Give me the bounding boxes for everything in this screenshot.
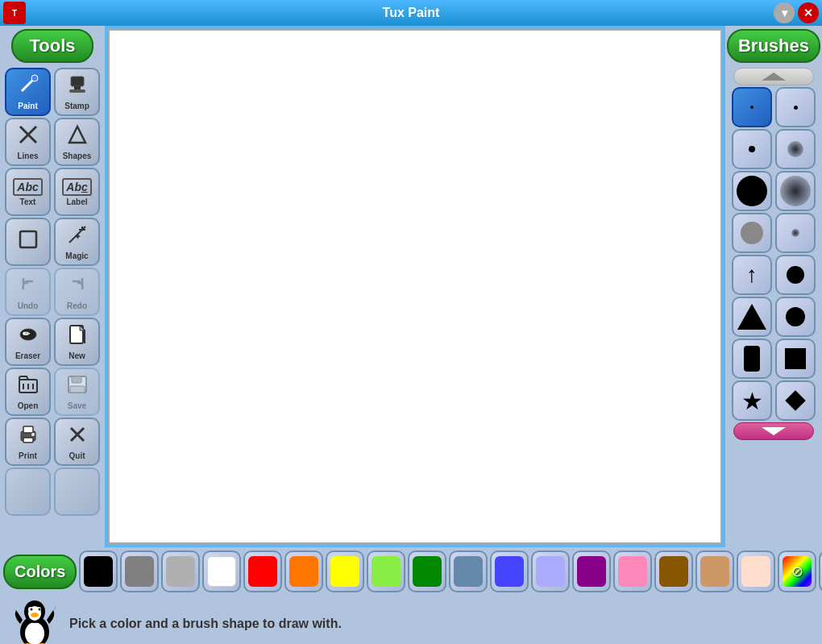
star-shape: ★ [741, 387, 763, 415]
color-white[interactable] [202, 551, 241, 592]
label-tool[interactable]: Abc Label [54, 168, 100, 216]
color-lavender[interactable] [531, 551, 570, 592]
redo-icon [66, 273, 89, 300]
brushes-scroll-up[interactable] [733, 68, 814, 85]
save-label: Save [68, 401, 86, 410]
close-button[interactable]: ✕ [798, 2, 819, 23]
shapes-icon [66, 123, 89, 150]
small-diamond-shape [785, 390, 805, 410]
fill-icon [17, 228, 39, 255]
color-peach[interactable] [737, 551, 775, 592]
tool-row-3: Abc Text Abc Label [5, 168, 100, 216]
brush-row-7 [732, 339, 816, 379]
titlebar: T Tux Paint ▾ ✕ [0, 0, 822, 26]
color-black[interactable] [79, 551, 118, 592]
brushes-scroll-down[interactable] [733, 422, 814, 440]
triangle-shape [737, 304, 766, 330]
quit-tool[interactable]: Quit [54, 418, 100, 466]
paint-icon [17, 73, 39, 100]
brush-soft-large[interactable] [775, 171, 816, 211]
brushes-panel: Brushes [725, 26, 822, 547]
color-yellow[interactable] [326, 551, 364, 592]
brush-small-dot[interactable] [732, 129, 772, 169]
fill-tool[interactable] [5, 218, 51, 266]
rainbow-inner: ⊘ [783, 556, 812, 587]
blue-inner [495, 556, 524, 587]
peach-inner [741, 556, 770, 587]
canvas[interactable] [108, 29, 722, 544]
lavender-inner [536, 556, 565, 587]
brush-large-circle[interactable] [732, 171, 772, 211]
svg-rect-23 [72, 376, 81, 383]
brush-star[interactable]: ★ [732, 380, 772, 421]
brush-diamond-tall[interactable] [732, 339, 772, 379]
purple-inner [577, 556, 606, 587]
svg-rect-8 [20, 231, 36, 247]
color-pink[interactable] [613, 551, 652, 592]
open-tool[interactable]: Open [5, 368, 51, 416]
brush-circle2[interactable] [775, 297, 816, 337]
color-orange[interactable] [284, 551, 323, 592]
paint-tool[interactable]: Paint [5, 68, 51, 116]
color-gray[interactable] [161, 551, 200, 592]
shapes-label: Shapes [63, 152, 92, 160]
tool-row-4: ✦ Magic [5, 218, 100, 266]
color-light-green[interactable] [367, 551, 405, 592]
brush-small-diamond[interactable] [775, 380, 816, 421]
tool-row-7: Open Save [5, 368, 100, 416]
brush-triangle[interactable] [732, 297, 772, 337]
status-area: Pick a color and a brush shape to draw w… [0, 596, 822, 644]
color-rainbow[interactable]: ⊘ [778, 551, 816, 592]
brush-filled-circle[interactable] [775, 255, 816, 295]
tool-row-8: Print Quit [5, 418, 100, 466]
color-purple[interactable] [572, 551, 611, 592]
quit-icon [66, 423, 89, 450]
brush-square[interactable] [775, 339, 816, 379]
brush-tiny-dot-2[interactable] [775, 87, 816, 127]
print-label: Print [19, 451, 37, 460]
svg-point-1 [31, 75, 38, 81]
quit-label: Quit [69, 451, 85, 460]
color-blue[interactable] [490, 551, 529, 592]
new-tool[interactable]: New [54, 318, 100, 366]
magic-tool[interactable]: ✦ Magic [54, 218, 100, 266]
color-green[interactable] [408, 551, 446, 592]
svg-point-28 [31, 433, 35, 436]
diamond-tall-shape [744, 346, 760, 372]
undo-tool[interactable]: Undo [5, 268, 51, 316]
save-tool[interactable]: Save [54, 368, 100, 416]
color-bar: Colors [0, 547, 822, 596]
text-icon: Abc [13, 178, 42, 196]
svg-point-34 [25, 622, 44, 644]
brush-soft-tiny[interactable] [775, 213, 816, 253]
minimize-button[interactable]: ▾ [774, 2, 795, 23]
eraser-label: Eraser [15, 351, 40, 360]
svg-rect-27 [23, 438, 33, 442]
tiny-dot-2-shape [794, 106, 798, 110]
soft-tiny-shape [791, 229, 799, 237]
color-red[interactable] [243, 551, 282, 592]
print-icon [17, 423, 39, 450]
eraser-tool[interactable]: ✏ Eraser [5, 318, 51, 366]
square-shape [785, 348, 806, 369]
redo-tool[interactable]: Redo [54, 268, 100, 316]
color-dark-gray[interactable] [120, 551, 159, 592]
shapes-tool[interactable]: Shapes [54, 118, 100, 166]
color-gradient[interactable] [819, 551, 822, 592]
color-brown[interactable] [654, 551, 693, 592]
color-blue-gray[interactable] [449, 551, 488, 592]
undo-label: Undo [18, 301, 39, 310]
stamp-tool[interactable]: Stamp [54, 68, 100, 116]
svg-text:✏: ✏ [23, 329, 31, 339]
color-tan[interactable] [695, 551, 734, 592]
print-tool[interactable]: Print [5, 418, 51, 466]
light-green-inner [372, 556, 401, 587]
brush-tiny-dot[interactable] [732, 87, 772, 127]
lines-tool[interactable]: Lines [5, 118, 51, 166]
brush-gray-circle[interactable] [732, 213, 772, 253]
brush-arrow[interactable]: ↑ [732, 255, 772, 295]
brushes-header: Brushes [727, 29, 820, 63]
text-tool[interactable]: Abc Text [5, 168, 51, 216]
gray-circle-shape [741, 222, 763, 244]
brush-soft-small[interactable] [775, 129, 816, 169]
